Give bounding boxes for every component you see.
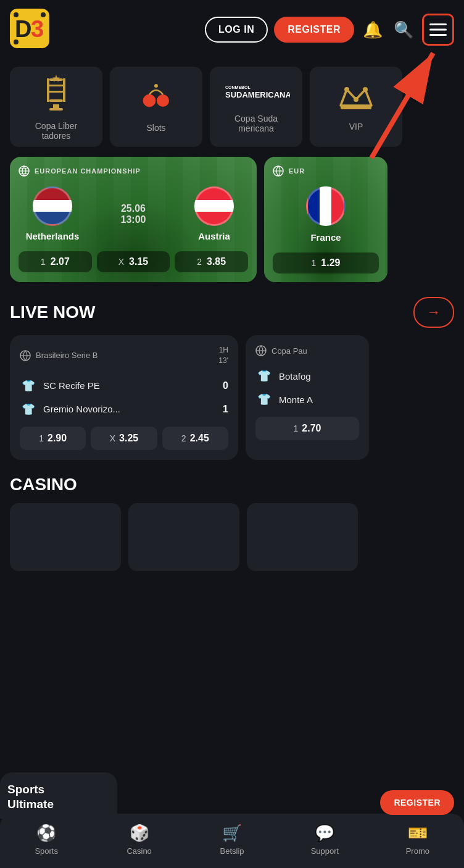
nav-promo[interactable]: 🎫 Promo [371, 824, 464, 856]
svg-text:CONMEBOL: CONMEBOL [225, 85, 251, 90]
live-odd-1-2-label: 2 [181, 433, 186, 443]
copa-libertadores-label: Copa Libertadores [35, 121, 78, 141]
live-odd-1-1[interactable]: 1 2.90 [20, 427, 86, 450]
copa-sudamericana-icon: CONMEBOL SUDAMERICANA [222, 80, 290, 107]
match-date: 25.06 [121, 203, 146, 214]
cat-vip[interactable]: VIP [310, 67, 402, 147]
casino-nav-label: Casino [126, 846, 151, 856]
live-odd-1-x[interactable]: X 3.25 [91, 427, 157, 450]
svg-rect-12 [53, 104, 59, 108]
live-odd-1-x-value: 3.25 [119, 433, 138, 444]
login-button[interactable]: LOG IN [205, 17, 268, 43]
svg-point-31 [363, 87, 368, 92]
match-odds: 1 2.07 X 3.15 2 3.85 [19, 251, 248, 272]
svg-rect-28 [341, 106, 371, 109]
header: D 3 LOG IN REGISTER 🔔 🔍 [0, 0, 464, 59]
match-card-nl-at[interactable]: EUROPEAN CHAMPIONSHIP Netherlands 25.06 … [10, 157, 257, 282]
nav-support[interactable]: 💬 Support [278, 824, 371, 856]
promo-icon: 🎫 [408, 824, 428, 843]
svg-rect-14 [47, 78, 49, 102]
copa-sudamericana-label: Copa Sudamericana [234, 114, 278, 133]
match-datetime: 25.06 13:00 [121, 203, 146, 225]
live-odds-2: 1 2.70 [255, 417, 359, 440]
live-team-2-row1: 👕 Botafog [255, 367, 359, 385]
live-odd-1-2[interactable]: 2 2.45 [162, 427, 228, 450]
menu-button[interactable] [422, 14, 454, 46]
match2-odd-1[interactable]: 1 1.29 [273, 252, 379, 273]
live-odd-2-1[interactable]: 1 2.70 [255, 417, 359, 440]
live-odd-1-1-label: 1 [39, 433, 44, 443]
sports-ultimate-text: SportsUltimate [7, 783, 54, 811]
register-bottom-button[interactable]: REGISTER [380, 790, 454, 815]
casino-card-2[interactable] [128, 503, 239, 571]
live-team-3-name: Botafog [279, 371, 359, 382]
sports-ultimate-panel: SportsUltimate [0, 772, 117, 819]
live-card-2[interactable]: Copa Pau 👕 Botafog 👕 Monte A 1 2.70 [246, 335, 369, 460]
svg-rect-18 [47, 85, 65, 86]
categories-row: Copa Libertadores Slots CONMEBOL SUDAMER… [0, 59, 464, 157]
odd-x[interactable]: X 3.15 [97, 251, 170, 272]
casino-nav-icon: 🎲 [130, 824, 149, 843]
bell-icon[interactable]: 🔔 [360, 18, 385, 42]
svg-point-22 [143, 94, 155, 107]
live-team-1-name: SC Recife PE [43, 380, 217, 391]
live-team-4-name: Monte A [279, 394, 359, 405]
live-odd-1-1-value: 2.90 [48, 433, 67, 444]
cat-copa-sudamericana[interactable]: CONMEBOL SUDAMERICANA Copa Sudamericana [210, 67, 302, 147]
register-button[interactable]: REGISTER [274, 17, 354, 43]
odd-2[interactable]: 2 3.85 [175, 251, 248, 272]
casino-card-1[interactable] [10, 503, 121, 571]
svg-point-30 [354, 97, 358, 102]
svg-rect-15 [63, 78, 65, 102]
sports-label: Sports [35, 846, 58, 856]
live-score-1: 0 [223, 380, 228, 391]
betslip-icon: 🛒 [222, 824, 242, 843]
odd-2-label: 2 [197, 257, 202, 267]
live-cards-row: Brasileiro Serie B 1H13' 👕 SC Recife PE … [0, 335, 464, 470]
svg-point-5 [41, 12, 46, 17]
search-icon[interactable]: 🔍 [391, 18, 416, 42]
team-austria: Austria [180, 186, 248, 241]
match-time: 13:00 [121, 214, 146, 225]
betslip-label: Betslip [220, 846, 244, 856]
netherlands-name: Netherlands [26, 231, 80, 241]
casino-card-3[interactable] [247, 503, 358, 571]
nav-sports[interactable]: ⚽ Sports [0, 824, 93, 856]
live-now-title: LIVE NOW [10, 303, 95, 322]
sports-icon: ⚽ [36, 824, 56, 843]
austria-name: Austria [198, 231, 230, 241]
jersey-2-yellow: 👕 [255, 391, 273, 408]
live-odd-1-2-value: 2.45 [190, 433, 209, 444]
nav-casino[interactable]: 🎲 Casino [93, 824, 185, 856]
jersey-1-red: 👕 [20, 377, 37, 394]
support-label: Support [311, 846, 339, 856]
svg-rect-8 [429, 29, 447, 31]
svg-rect-13 [49, 108, 63, 111]
slots-label: Slots [146, 123, 165, 133]
slots-icon [139, 81, 173, 117]
svg-point-29 [344, 87, 349, 92]
svg-text:D: D [15, 16, 31, 42]
odd-1[interactable]: 1 2.07 [19, 251, 92, 272]
match2-odds: 1 1.29 [273, 252, 379, 273]
logo[interactable]: D 3 [10, 9, 49, 51]
live-team-2-row2: 👕 Monte A [255, 391, 359, 408]
odd-2-value: 3.85 [207, 256, 226, 267]
svg-rect-19 [47, 91, 65, 93]
live-card-1[interactable]: Brasileiro Serie B 1H13' 👕 SC Recife PE … [10, 335, 238, 460]
live-time-1: 1H13' [218, 345, 228, 366]
nav-betslip[interactable]: 🛒 Betslip [186, 824, 278, 856]
live-odd-1-x-label: X [110, 433, 115, 443]
svg-point-24 [154, 84, 158, 88]
cat-copa-libertadores[interactable]: Copa Libertadores [10, 67, 102, 147]
odd-1-value: 2.07 [51, 256, 70, 267]
promo-label: Promo [406, 846, 429, 856]
match2-league-label: EUR [273, 165, 379, 177]
svg-point-6 [14, 40, 19, 44]
match-card-fr[interactable]: EUR France 1 1.29 [264, 157, 387, 282]
odd-x-label: X [118, 257, 124, 267]
cat-slots[interactable]: Slots [110, 67, 202, 147]
live-now-arrow-button[interactable]: → [413, 297, 454, 328]
team-netherlands: Netherlands [19, 186, 86, 241]
jersey-1-yellow: 👕 [20, 401, 37, 418]
